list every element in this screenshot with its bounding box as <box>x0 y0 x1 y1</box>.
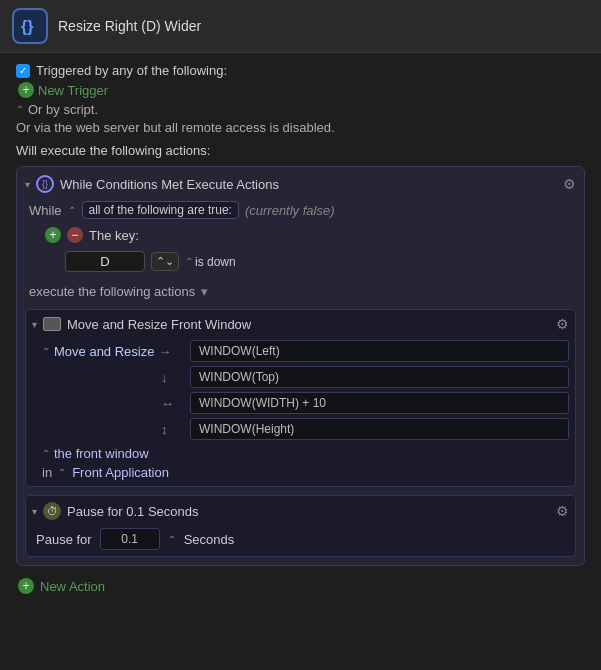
while-header-left: ▾ {} While Conditions Met Execute Action… <box>25 175 279 193</box>
param-label-empty2: ↔ <box>42 396 182 411</box>
key-type-chevron: ⌃⌄ <box>156 255 174 268</box>
while-title: While Conditions Met Execute Actions <box>60 177 279 192</box>
while-block: ▾ {} While Conditions Met Execute Action… <box>16 166 585 566</box>
height-input[interactable] <box>190 418 569 440</box>
pause-icon: ⏱ <box>43 502 61 520</box>
execute-actions-label: execute the following actions <box>29 284 195 299</box>
move-resize-header: ▾ Move and Resize Front Window ⚙ <box>32 316 569 332</box>
while-conditions-row: While ⌃ all of the following are true: (… <box>25 201 576 219</box>
move-resize-dropdown[interactable]: Move and Resize <box>54 344 154 359</box>
or-via-label: Or via the web server but all remote acc… <box>16 120 335 135</box>
move-resize-gear-icon[interactable]: ⚙ <box>556 316 569 332</box>
move-resize-header-left: ▾ Move and Resize Front Window <box>32 317 251 332</box>
is-down-dropdown[interactable]: ⌃ is down <box>185 255 236 269</box>
param-label-move: ⌃ Move and Resize → <box>42 344 182 359</box>
app-label[interactable]: Front Application <box>72 465 169 480</box>
app-icon: {} <box>12 8 48 44</box>
currently-false-label: (currently false) <box>245 203 335 218</box>
move-resize-label: Move and Resize <box>54 344 154 359</box>
svg-text:{}: {} <box>21 18 33 35</box>
param-label-empty: ↓ <box>42 370 182 385</box>
trigger-section: Triggered by any of the following: + New… <box>16 63 585 135</box>
left-input[interactable] <box>190 340 569 362</box>
pause-collapse[interactable]: ▾ <box>32 506 37 517</box>
while-icon: {} <box>36 175 54 193</box>
move-resize-title: Move and Resize Front Window <box>67 317 251 332</box>
is-down-label: is down <box>195 255 236 269</box>
pause-header-left: ▾ ⏱ Pause for 0.1 Seconds <box>32 502 199 520</box>
window-icon <box>43 317 61 331</box>
conditions-dropdown[interactable]: all of the following are true: <box>82 201 239 219</box>
move-resize-collapse[interactable]: ▾ <box>32 319 37 330</box>
param-row-left: ⌃ Move and Resize → <box>42 340 569 362</box>
in-chevron: ⌃ <box>58 467 66 478</box>
new-action-label: New Action <box>40 579 105 594</box>
front-window-chevron: ⌃ <box>42 448 50 459</box>
chevron-icon: ⌃ <box>16 104 24 115</box>
new-trigger-label: New Trigger <box>38 83 108 98</box>
key-value-area: ⌃⌄ ⌃ is down <box>25 251 576 272</box>
arrow-horiz: ↔ <box>161 396 174 411</box>
while-label: While <box>29 203 62 218</box>
in-label: in <box>42 465 52 480</box>
arrow-right: → <box>158 344 171 359</box>
key-input[interactable] <box>65 251 145 272</box>
trigger-checkbox[interactable] <box>16 64 30 78</box>
will-execute-label: Will execute the following actions: <box>16 143 585 158</box>
add-condition-button[interactable]: + <box>45 227 61 243</box>
execute-actions-chevron[interactable]: ▾ <box>201 284 208 299</box>
key-row: + − The key: <box>25 227 576 243</box>
pause-value-input[interactable] <box>100 528 160 550</box>
pause-seconds-chevron: ⌃ <box>168 534 176 545</box>
while-block-header: ▾ {} While Conditions Met Execute Action… <box>25 175 576 193</box>
remove-condition-button[interactable]: − <box>67 227 83 243</box>
params-grid: ⌃ Move and Resize → ↓ <box>32 340 569 440</box>
conditions-dropdown-label: all of the following are true: <box>89 203 232 217</box>
or-script-label: Or by script. <box>28 102 98 117</box>
execute-actions-row: execute the following actions ▾ <box>25 280 576 305</box>
pause-gear-icon[interactable]: ⚙ <box>556 503 569 519</box>
app-header: {} Resize Right (D) Wider <box>0 0 601 53</box>
param-row-height: ↕ <box>42 418 569 440</box>
move-resize-block: ▾ Move and Resize Front Window ⚙ ⌃ Move … <box>25 309 576 487</box>
in-row: in ⌃ Front Application <box>32 465 569 480</box>
new-action-plus-icon: + <box>18 578 34 594</box>
seconds-label: Seconds <box>184 532 235 547</box>
move-resize-dropdown-chevron: ⌃ <box>42 346 50 357</box>
page-title: Resize Right (D) Wider <box>58 18 201 34</box>
key-type-dropdown[interactable]: ⌃⌄ <box>151 252 179 271</box>
top-input[interactable] <box>190 366 569 388</box>
or-via-row: Or via the web server but all remote acc… <box>16 120 585 135</box>
arrow-vert: ↕ <box>161 422 168 437</box>
param-label-empty3: ↕ <box>42 422 182 437</box>
pause-block: ▾ ⏱ Pause for 0.1 Seconds ⚙ Pause for ⌃ … <box>25 495 576 557</box>
pause-row: Pause for ⌃ Seconds <box>32 528 569 550</box>
while-collapse-arrow[interactable]: ▾ <box>25 179 30 190</box>
key-label: The key: <box>89 228 139 243</box>
plus-icon: + <box>18 82 34 98</box>
while-conditions-chevron: ⌃ <box>68 205 76 216</box>
width-input[interactable] <box>190 392 569 414</box>
trigger-label: Triggered by any of the following: <box>36 63 227 78</box>
new-action-button[interactable]: + New Action <box>16 578 585 594</box>
arrow-down: ↓ <box>161 370 168 385</box>
param-row-width: ↔ <box>42 392 569 414</box>
param-row-top: ↓ <box>42 366 569 388</box>
front-window-row: ⌃ the front window <box>32 446 569 461</box>
or-script-row: ⌃ Or by script. <box>16 102 585 117</box>
pause-for-label: Pause for <box>36 532 92 547</box>
is-down-chevron: ⌃ <box>185 256 193 267</box>
pause-header: ▾ ⏱ Pause for 0.1 Seconds ⚙ <box>32 502 569 520</box>
new-trigger-button[interactable]: + New Trigger <box>16 82 585 98</box>
pause-title: Pause for 0.1 Seconds <box>67 504 199 519</box>
trigger-row: Triggered by any of the following: <box>16 63 585 78</box>
while-gear-icon[interactable]: ⚙ <box>563 176 576 192</box>
front-window-label[interactable]: the front window <box>54 446 149 461</box>
main-content: Triggered by any of the following: + New… <box>0 53 601 604</box>
